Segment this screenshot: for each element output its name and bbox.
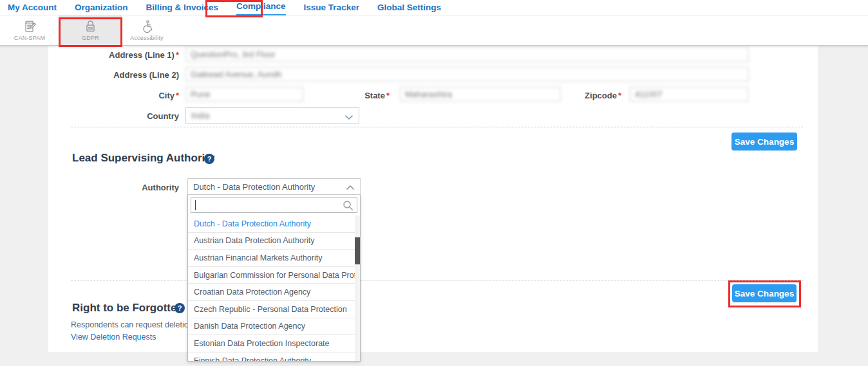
toolbar-item-can-spam[interactable]: CAN-SPAM xyxy=(6,15,53,45)
required-asterisk: * xyxy=(618,91,621,100)
toolbar-item-accessibility[interactable]: Accessibility xyxy=(122,15,171,45)
dropdown-scrollbar-track[interactable] xyxy=(355,215,360,361)
help-icon[interactable]: ? xyxy=(175,303,185,313)
country-select[interactable]: India xyxy=(185,107,359,124)
authority-option[interactable]: Finnish Data Protection Authority xyxy=(188,352,355,361)
view-deletion-requests-link[interactable]: View Deletion Requests xyxy=(71,333,156,342)
nav-global-settings[interactable]: Global Settings xyxy=(377,1,441,15)
authority-option[interactable]: Danish Data Protection Agency xyxy=(188,318,355,336)
state-label: State* xyxy=(335,91,390,100)
chevron-up-icon xyxy=(346,183,355,190)
zipcode-label: Zipcode* xyxy=(567,91,621,100)
required-asterisk: * xyxy=(176,50,179,60)
chevron-down-icon xyxy=(344,113,354,119)
right-to-be-forgotten-title: Right to be Forgotten xyxy=(72,302,184,315)
help-icon[interactable]: ? xyxy=(204,154,214,164)
dropdown-scrollbar-thumb[interactable] xyxy=(355,237,360,264)
address-line1-label: Address (Line 1)* xyxy=(58,50,179,60)
authority-option[interactable]: Czech Republic - Personal Data Protectio… xyxy=(188,301,355,318)
authority-select[interactable]: Dutch - Data Protection Authority xyxy=(187,178,361,195)
authority-option[interactable]: Austrian Data Protection Authority xyxy=(188,233,355,250)
zipcode-input[interactable] xyxy=(630,87,748,102)
lock-icon xyxy=(82,19,99,33)
section-divider xyxy=(71,127,803,127)
nav-my-account[interactable]: My Account xyxy=(8,1,57,15)
state-input[interactable] xyxy=(400,87,561,102)
top-navigation: My Account Organization Billing & Invoic… xyxy=(0,0,868,15)
nav-organization[interactable]: Organization xyxy=(75,1,128,15)
toolbar-item-gdpr[interactable]: GDPR xyxy=(59,15,122,45)
compliance-toolbar: CAN-SPAM GDPR Accessibility xyxy=(0,15,868,46)
address-line2-input[interactable] xyxy=(185,67,749,82)
required-asterisk: * xyxy=(176,91,179,100)
authority-option[interactable]: Dutch - Data Protection Authority xyxy=(188,215,355,233)
authority-option[interactable]: Estonian Data Protection Inspectorate xyxy=(188,335,355,352)
toolbar-label-accessibility: Accessibility xyxy=(130,35,164,41)
address-line2-label: Address (Line 2) xyxy=(58,70,179,80)
nav-compliance[interactable]: Compliance xyxy=(236,0,286,15)
authority-dropdown-panel: Dutch - Data Protection Authority Austri… xyxy=(187,195,361,361)
required-asterisk: * xyxy=(386,91,390,100)
country-label: Country xyxy=(58,111,179,121)
authority-search-box xyxy=(191,197,357,213)
authority-option[interactable]: Bulgarian Commission for Personal Data P… xyxy=(188,267,355,284)
authority-options-list: Dutch - Data Protection Authority Austri… xyxy=(188,215,355,361)
right-to-be-forgotten-description: Respondents can request deletion of xyxy=(71,320,202,329)
toolbar-label-gdpr: GDPR xyxy=(82,35,99,41)
authority-search-input[interactable] xyxy=(191,198,357,212)
toolbar-label-can-spam: CAN-SPAM xyxy=(14,35,45,41)
city-label: City* xyxy=(58,91,179,100)
document-edit-icon xyxy=(22,19,38,33)
authority-label: Authority xyxy=(84,183,179,192)
address-line1-input[interactable] xyxy=(185,47,749,62)
save-changes-button-authority[interactable]: Save Changes xyxy=(732,284,797,302)
city-input[interactable] xyxy=(185,87,303,102)
country-value: India xyxy=(191,111,209,120)
nav-issue-tracker[interactable]: Issue Tracker xyxy=(304,1,359,15)
save-changes-button-address[interactable]: Save Changes xyxy=(731,133,797,151)
section-divider xyxy=(71,280,803,280)
authority-option[interactable]: Austrian Financial Markets Authority xyxy=(188,250,355,267)
authority-option[interactable]: Croatian Data Protection Agency xyxy=(188,284,355,301)
nav-billing-invoices[interactable]: Billing & Invoices xyxy=(146,1,219,15)
text-cursor xyxy=(195,200,196,210)
search-icon xyxy=(343,200,354,211)
accessibility-icon xyxy=(139,19,155,33)
authority-selected-value: Dutch - Data Protection Authority xyxy=(193,182,315,192)
lead-authority-title: Lead Supervising Authority xyxy=(72,152,214,165)
compliance-settings-page: My Account Organization Billing & Invoic… xyxy=(0,0,868,366)
